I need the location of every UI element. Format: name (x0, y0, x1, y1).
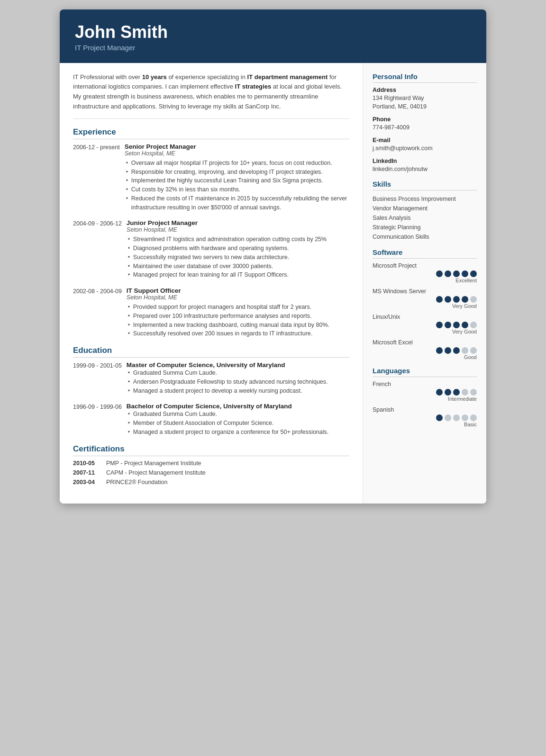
entry-bullets: Streamlined IT logistics and administrat… (127, 235, 349, 279)
left-column: IT Professional with over 10 years of ex… (60, 63, 363, 504)
dot-filled (436, 322, 443, 328)
bullet-item: Graduated Summa Cum Laude. (127, 410, 349, 419)
dots-row: Excellent (373, 270, 477, 283)
resume-header: John Smith IT Project Manager (60, 9, 486, 63)
entry-title: Bachelor of Computer Science, University… (127, 403, 349, 410)
dot-empty (470, 414, 477, 421)
dots (436, 296, 477, 303)
bullet-item: Graduated Summa Cum Laude. (127, 369, 349, 378)
entry-date: 1999-09 - 2001-05 (73, 361, 127, 395)
candidate-name: John Smith (75, 23, 471, 42)
email-block: E-mail j.smith@uptowork.com (373, 137, 477, 153)
dot-empty (453, 414, 460, 421)
dot-label: Excellent (455, 278, 477, 283)
software-heading: Software (373, 248, 477, 259)
linkedin-value: linkedin.com/johnutw (373, 165, 477, 174)
dot-filled (453, 389, 460, 396)
dot-filled (436, 270, 443, 277)
dot-filled (462, 270, 468, 277)
software-item: Microsoft ExcelGood (373, 339, 477, 360)
dot-label: Very Good (452, 329, 477, 334)
bullet-item: Oversaw all major hospital IT projects f… (125, 159, 349, 168)
certifications-heading: Certifications (73, 444, 349, 456)
education-heading: Education (73, 346, 349, 358)
dots-row: Basic (373, 414, 477, 427)
bullet-item: Implemented a new tracking dashboard, cu… (127, 321, 349, 330)
cert-name: CAPM - Project Management Institute (106, 469, 206, 476)
dot-filled (445, 347, 451, 354)
entry-date: 2004-09 - 2006-12 (73, 219, 127, 279)
cert-date: 2010-05 (73, 460, 106, 467)
right-column: Personal Info Address 134 Rightward Way … (363, 63, 486, 504)
entry-title: IT Support Officer (127, 287, 349, 294)
entry-title: Senior Project Manager (125, 143, 349, 150)
dot-empty (470, 389, 477, 396)
software-name: Spanish (373, 406, 477, 413)
education-section: Education 1999-09 - 2001-05Master of Com… (73, 346, 349, 437)
bullet-item: Managed a student project to develop a w… (127, 387, 349, 396)
linkedin-block: LinkedIn linkedin.com/johnutw (373, 158, 477, 174)
education-entries: 1999-09 - 2001-05Master of Computer Scie… (73, 361, 349, 437)
dots (436, 414, 477, 421)
dot-filled (436, 389, 443, 396)
summary-section: IT Professional with over 10 years of ex… (73, 72, 349, 119)
cert-item: 2010-05PMP - Project Management Institut… (73, 460, 349, 467)
resume-card: John Smith IT Project Manager IT Profess… (60, 9, 486, 504)
entry-content: Master of Computer Science, University o… (127, 361, 349, 395)
dots (436, 322, 477, 328)
software-name: Microsoft Excel (373, 339, 477, 346)
phone-value: 774-987-4009 (373, 123, 477, 132)
dot-filled (470, 270, 477, 277)
entry-content: Junior Project ManagerSeton Hospital, ME… (127, 219, 349, 279)
bullet-item: Successfully resolved over 200 issues in… (127, 329, 349, 338)
software-name: French (373, 381, 477, 387)
dots (436, 270, 477, 277)
skill-item: Vendor Management (373, 204, 477, 213)
dot-filled (445, 389, 451, 396)
dots (436, 347, 477, 354)
entry-item: 2006-12 - presentSenior Project ManagerS… (73, 143, 349, 212)
cert-name: PMP - Project Management Institute (106, 460, 201, 467)
cert-entries: 2010-05PMP - Project Management Institut… (73, 460, 349, 486)
email-label: E-mail (373, 137, 477, 144)
entry-subtitle: Seton Hospital, ME (127, 226, 349, 233)
address-block: Address 134 Rightward Way Portland, ME, … (373, 87, 477, 112)
dot-empty (470, 296, 477, 303)
skills-heading: Skills (373, 180, 477, 190)
bullet-item: Member of Student Association of Compute… (127, 419, 349, 428)
dots-row: Intermediate (373, 389, 477, 402)
software-name: MS Windows Server (373, 288, 477, 295)
bullet-item: Reduced the costs of IT maintenance in 2… (125, 194, 349, 212)
bullet-item: Streamlined IT logistics and administrat… (127, 235, 349, 244)
bullet-item: Implemented the highly successful Lean T… (125, 176, 349, 185)
experience-section: Experience 2006-12 - presentSenior Proje… (73, 127, 349, 338)
dots-row: Good (373, 347, 477, 360)
entry-content: Senior Project ManagerSeton Hospital, ME… (125, 143, 349, 212)
dot-filled (453, 296, 460, 303)
address-line2: Portland, ME, 04019 (373, 102, 477, 111)
experience-entries: 2006-12 - presentSenior Project ManagerS… (73, 143, 349, 338)
email-value: j.smith@uptowork.com (373, 144, 477, 153)
entry-title: Master of Computer Science, University o… (127, 361, 349, 369)
software-item: SpanishBasic (373, 406, 477, 427)
bullet-item: Managed a student project to organize a … (127, 428, 349, 437)
bullet-item: Diagnosed problems with hardware and ope… (127, 244, 349, 253)
linkedin-label: LinkedIn (373, 158, 477, 164)
certifications-section: Certifications 2010-05PMP - Project Mana… (73, 444, 349, 486)
languages-list: FrenchIntermediateSpanishBasic (373, 381, 477, 427)
dot-empty (462, 389, 468, 396)
dot-empty (462, 414, 468, 421)
software-name: Microsoft Project (373, 262, 477, 269)
summary-text: IT Professional with over 10 years of ex… (73, 73, 342, 110)
dots-row: Very Good (373, 296, 477, 309)
entry-date: 1996-09 - 1999-06 (73, 403, 127, 436)
dot-label: Good (464, 354, 477, 360)
address-label: Address (373, 87, 477, 93)
dot-empty (470, 347, 477, 354)
entry-subtitle: Seton Hospital, ME (125, 150, 349, 157)
body-layout: IT Professional with over 10 years of ex… (60, 63, 486, 504)
dot-filled (445, 270, 451, 277)
dot-filled (462, 322, 468, 328)
dots (436, 389, 477, 396)
cert-name: PRINCE2® Foundation (106, 479, 167, 486)
